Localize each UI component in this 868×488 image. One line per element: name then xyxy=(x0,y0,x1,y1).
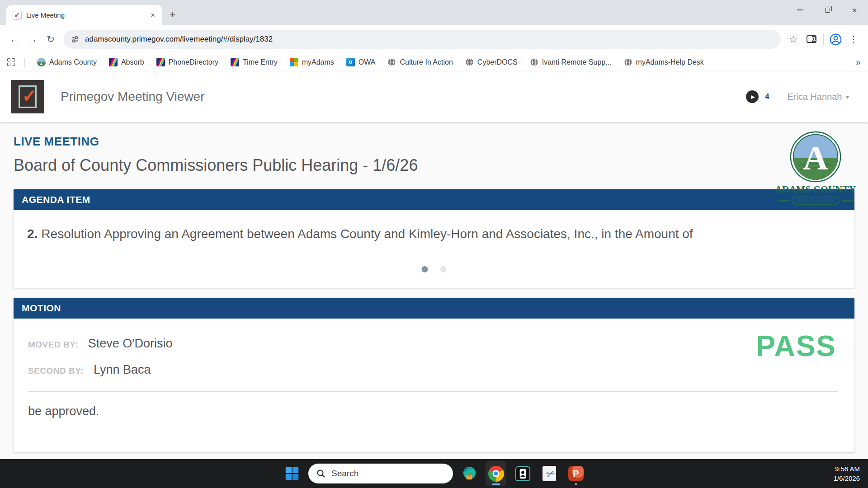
check-icon: ✓ xyxy=(22,87,37,105)
motion-divider xyxy=(28,391,838,392)
bookmark-ivanti-remote-support[interactable]: Ivanti Remote Supp... xyxy=(530,58,612,66)
side-panel-search-icon[interactable] xyxy=(802,30,821,48)
bookmark-label: CyberDOCS xyxy=(477,58,518,66)
bookmark-adams-county[interactable]: Adams County xyxy=(37,58,97,66)
taskbar-app-powerpoint[interactable]: P xyxy=(566,461,586,486)
taskbar-app-snipping-tool[interactable]: ✂ xyxy=(539,461,560,486)
windows-start-icon xyxy=(285,466,299,481)
emblem-monogram: A xyxy=(803,139,828,177)
tab-close-icon[interactable]: × xyxy=(148,10,158,20)
primegov-favicon-icon: ✓ xyxy=(13,11,22,20)
motion-header: MOTION xyxy=(14,298,854,319)
primegov-app-header: ✓ Primegov Meeting Viewer ▶ 4 Erica Hann… xyxy=(0,71,868,122)
clock-time: 9:56 AM xyxy=(834,464,860,474)
second-by-label: SECOND BY: xyxy=(28,366,84,376)
bookmark-myadams-help-desk[interactable]: myAdams-Help Desk xyxy=(624,58,704,66)
window-restore-button[interactable] xyxy=(814,0,841,20)
taskbar-search[interactable]: Search xyxy=(308,464,453,483)
browser-menu-kebab-icon[interactable]: ⋮ xyxy=(844,30,863,48)
play-icon[interactable]: ▶ xyxy=(746,90,759,103)
bookmark-label: myAdams xyxy=(302,58,334,66)
bookmarks-divider xyxy=(24,58,25,67)
apps-grid-icon[interactable] xyxy=(7,58,15,66)
search-placeholder: Search xyxy=(331,469,359,479)
primegov-checkbox-icon: ✓ xyxy=(19,85,37,108)
bookmark-label: OWA xyxy=(359,58,376,66)
bookmark-label: Ivanti Remote Supp... xyxy=(542,58,612,66)
chrome-icon xyxy=(488,466,504,482)
taskbar-app-chrome[interactable] xyxy=(486,461,506,486)
security-client-app-icon xyxy=(462,466,477,482)
agenda-item-card: AGENDA ITEM 2.Resolution Approving an Ag… xyxy=(14,189,854,288)
bookmark-label: myAdams-Help Desk xyxy=(636,58,704,66)
bookmarks-overflow-icon[interactable]: » xyxy=(856,57,861,67)
bookmarks-bar: Adams County Absorb PhoneDirectory Time … xyxy=(0,53,868,71)
page-content: LIVE MEETING Board of County Commissione… xyxy=(0,122,868,459)
bookmark-label: Culture In Action xyxy=(400,58,453,66)
user-menu[interactable]: Erica Hannah ▾ xyxy=(787,92,849,102)
profile-avatar-icon[interactable] xyxy=(826,30,844,48)
agenda-item-number: 2. xyxy=(27,227,38,241)
carousel-dot[interactable] xyxy=(440,266,447,272)
bookmark-phonedirectory[interactable]: PhoneDirectory xyxy=(156,58,218,66)
motion-result-badge: PASS xyxy=(756,329,836,363)
address-bar[interactable]: adamscounty.primegov.com/livemeeting/#/d… xyxy=(63,30,781,49)
globe-icon xyxy=(624,58,632,66)
live-meeting-page: LIVE MEETING Board of County Commissione… xyxy=(0,122,868,459)
bookmark-myadams[interactable]: myAdams xyxy=(290,58,334,66)
new-tab-button[interactable]: + xyxy=(166,8,179,22)
tab-live-meeting[interactable]: ✓ Live Meeting × xyxy=(6,5,162,25)
bookmark-star-icon[interactable]: ☆ xyxy=(784,30,802,48)
adams-county-seal-icon xyxy=(37,58,46,66)
start-button[interactable] xyxy=(282,461,302,486)
emblem-state: COLORADO xyxy=(792,197,840,205)
window-close-button[interactable]: × xyxy=(841,0,868,20)
bookmark-culture-in-action[interactable]: Culture In Action xyxy=(387,58,453,66)
minimize-icon xyxy=(797,9,803,10)
bookmark-cyberdocs[interactable]: CyberDOCS xyxy=(465,58,518,66)
purple-stripe-icon xyxy=(231,58,239,66)
site-settings-tune-icon[interactable] xyxy=(71,35,80,44)
powerpoint-icon: P xyxy=(568,466,584,481)
app-title: Primegov Meeting Viewer xyxy=(61,89,205,104)
primegov-logo: ✓ xyxy=(11,80,44,113)
emblem-name: ADAMS COUNTY xyxy=(775,184,856,195)
second-by-row: SECOND BY: Lynn Baca xyxy=(28,363,838,377)
forward-button[interactable]: → xyxy=(24,30,42,48)
header-right-controls: ▶ 4 Erica Hannah ▾ xyxy=(746,90,849,103)
privacy-badge-app-icon xyxy=(515,466,531,482)
bookmark-absorb[interactable]: Absorb xyxy=(109,58,144,66)
purple-stripe-icon xyxy=(156,58,165,66)
taskbar-app-security-client[interactable] xyxy=(459,461,480,486)
browser-tab-strip: ✓ Live Meeting × + × xyxy=(0,0,868,25)
bookmark-owa[interactable]: OWA xyxy=(346,58,376,66)
globe-icon xyxy=(465,58,474,66)
viewer-count: 4 xyxy=(765,93,769,101)
emblem-bar xyxy=(778,200,789,202)
globe-icon xyxy=(387,58,396,66)
reload-button[interactable]: ↻ xyxy=(42,30,60,48)
agenda-item-text-row: 2.Resolution Approving an Agreement betw… xyxy=(27,225,841,243)
taskbar-app-badge[interactable] xyxy=(512,461,533,486)
toolbar-divider xyxy=(823,34,824,45)
microsoft-grid-icon xyxy=(290,58,298,66)
search-icon xyxy=(316,469,326,478)
bookmark-time-entry[interactable]: Time Entry xyxy=(231,58,278,66)
carousel-dots xyxy=(422,266,447,272)
taskbar-clock[interactable]: 9:56 AM 1/6/2026 xyxy=(834,464,860,483)
chevron-down-icon: ▾ xyxy=(846,94,849,100)
restore-icon xyxy=(825,8,830,13)
live-meeting-label: LIVE MEETING xyxy=(14,122,854,149)
back-button[interactable]: ← xyxy=(5,30,24,48)
adams-county-seal-icon: A xyxy=(789,130,842,183)
window-minimize-button[interactable] xyxy=(787,0,814,20)
motion-card: MOTION MOVED BY: Steve O'Dorisio SECOND … xyxy=(14,298,854,452)
emblem-bar xyxy=(842,200,853,202)
second-by-name: Lynn Baca xyxy=(94,363,151,377)
agenda-item-body: 2.Resolution Approving an Agreement betw… xyxy=(14,210,854,288)
close-icon: × xyxy=(852,6,857,14)
carousel-dot-active[interactable] xyxy=(422,266,428,272)
bookmark-label: Adams County xyxy=(49,58,97,66)
moved-by-row: MOVED BY: Steve O'Dorisio xyxy=(28,337,838,351)
moved-by-label: MOVED BY: xyxy=(28,340,78,350)
